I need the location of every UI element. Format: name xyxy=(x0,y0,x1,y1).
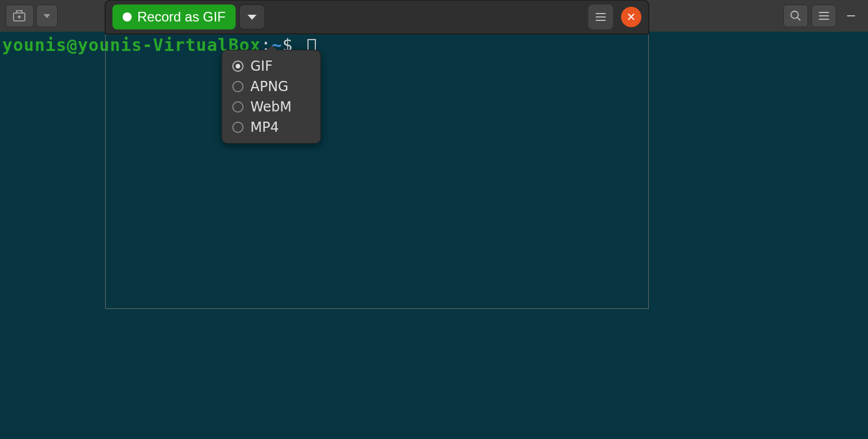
svg-line-4 xyxy=(797,18,801,21)
tab-dropdown-button[interactable] xyxy=(36,5,58,27)
recorder-toolbar-right: ✕ xyxy=(588,5,641,29)
radio-icon xyxy=(232,61,244,72)
radio-icon xyxy=(232,101,244,113)
search-button[interactable] xyxy=(783,5,808,27)
format-option-webm[interactable]: WebM xyxy=(222,97,320,117)
format-label: MP4 xyxy=(250,119,279,135)
format-dropdown-button[interactable] xyxy=(239,5,265,29)
search-icon xyxy=(789,10,802,22)
format-menu: GIF APNG WebM MP4 xyxy=(222,50,321,144)
format-option-gif[interactable]: GIF xyxy=(222,56,320,76)
new-tab-icon xyxy=(13,10,27,21)
radio-icon xyxy=(232,122,244,133)
hamburger-icon xyxy=(819,12,829,20)
record-label: Record as GIF xyxy=(137,9,225,25)
chevron-down-icon xyxy=(248,15,257,20)
recorder-toolbar: Record as GIF ✕ xyxy=(105,0,649,34)
format-label: GIF xyxy=(250,58,272,74)
close-button[interactable]: ✕ xyxy=(621,7,641,27)
radio-icon xyxy=(232,81,244,92)
recorder-menu-button[interactable] xyxy=(588,5,613,29)
format-label: WebM xyxy=(250,99,292,115)
chevron-down-icon xyxy=(44,14,50,18)
terminal-menu-button[interactable] xyxy=(811,5,836,27)
format-option-apng[interactable]: APNG xyxy=(222,76,320,97)
record-button[interactable]: Record as GIF xyxy=(112,5,236,29)
format-label: APNG xyxy=(250,79,288,94)
record-icon xyxy=(123,12,132,21)
minimize-icon xyxy=(847,15,855,16)
top-bar-right xyxy=(783,5,862,27)
new-tab-button[interactable] xyxy=(6,5,34,27)
minimize-button[interactable] xyxy=(840,5,862,27)
svg-point-3 xyxy=(791,11,798,19)
terminal-body[interactable]: younis@younis-VirtualBox:~$ xyxy=(0,32,868,439)
hamburger-icon xyxy=(596,13,606,21)
close-icon: ✕ xyxy=(627,10,636,24)
format-option-mp4[interactable]: MP4 xyxy=(222,117,320,137)
